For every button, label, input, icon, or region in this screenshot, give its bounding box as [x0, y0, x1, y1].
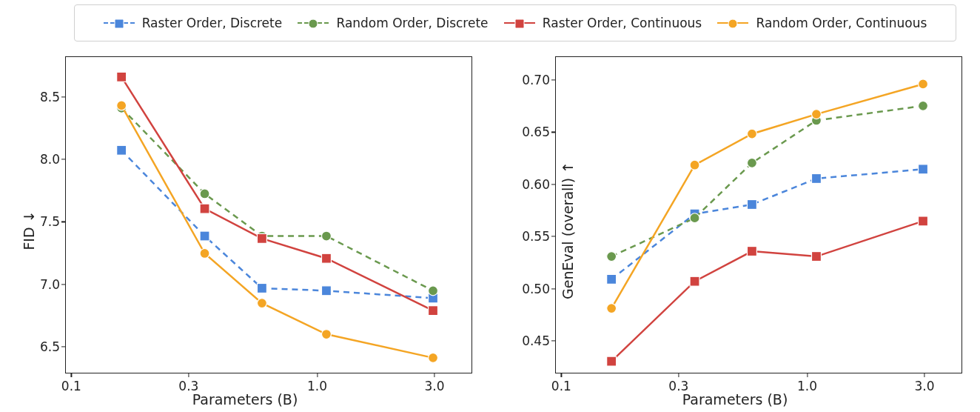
chart-svg-right	[556, 57, 961, 373]
legend-item-raster-continuous: Raster Order, Continuous	[504, 16, 702, 30]
circle-marker-icon	[690, 213, 699, 223]
square-marker-icon	[514, 19, 524, 29]
series-line	[611, 84, 923, 308]
legend-label: Raster Order, Discrete	[142, 16, 283, 30]
square-marker-icon	[919, 216, 928, 226]
series-line	[121, 105, 433, 357]
circle-marker-icon	[919, 79, 928, 89]
square-marker-icon	[257, 283, 266, 293]
y-tick-label: 0.60	[506, 177, 556, 192]
circle-marker-icon	[747, 129, 756, 139]
circle-marker-icon	[607, 304, 617, 313]
figure-container: Raster Order, Discrete Random Order, Dis…	[0, 0, 980, 412]
legend-swatch-raster-discrete	[104, 22, 135, 24]
legend-swatch-random-discrete	[298, 22, 329, 24]
square-marker-icon	[200, 231, 209, 241]
square-marker-icon	[114, 19, 124, 29]
y-tick-label: 7.0	[16, 277, 66, 292]
legend-swatch-random-continuous	[717, 22, 748, 24]
series-line	[121, 77, 433, 310]
y-tick-label: 8.0	[16, 152, 66, 167]
circle-marker-icon	[429, 286, 438, 296]
legend-label: Random Order, Continuous	[756, 16, 927, 30]
legend-swatch-raster-continuous	[504, 22, 535, 24]
circle-marker-icon	[321, 330, 331, 339]
square-marker-icon	[747, 200, 756, 210]
circle-marker-icon	[690, 160, 699, 170]
y-tick-label: 0.70	[506, 73, 556, 87]
circle-marker-icon	[257, 299, 266, 308]
circle-marker-icon	[200, 189, 209, 199]
y-tick-label: 0.65	[506, 124, 556, 139]
legend-item-random-discrete: Random Order, Discrete	[298, 16, 488, 30]
y-tick-label: 6.5	[16, 339, 66, 354]
circle-marker-icon	[728, 19, 738, 29]
legend-label: Raster Order, Continuous	[543, 16, 702, 30]
y-tick-label: 8.5	[16, 90, 66, 104]
legend-label: Random Order, Discrete	[336, 16, 488, 30]
x-axis-label: Parameters (B)	[682, 391, 788, 408]
circle-marker-icon	[919, 101, 928, 110]
square-marker-icon	[747, 247, 756, 256]
square-marker-icon	[429, 306, 438, 316]
circle-marker-icon	[607, 252, 617, 262]
plot-row: FID ↓ Parameters (B) 6.57.07.58.08.50.10…	[0, 49, 980, 412]
y-tick-label: 0.45	[506, 333, 556, 348]
square-marker-icon	[919, 165, 928, 174]
plot-fid: FID ↓ Parameters (B) 6.57.07.58.08.50.10…	[0, 49, 490, 412]
circle-marker-icon	[309, 19, 318, 29]
square-marker-icon	[607, 356, 617, 366]
circle-marker-icon	[811, 110, 821, 119]
series-line	[611, 221, 923, 361]
axes-left: 6.57.07.58.08.50.10.31.03.0	[65, 56, 472, 373]
axes-right: 0.450.500.550.600.650.700.10.31.03.0	[555, 56, 962, 373]
square-marker-icon	[117, 145, 127, 155]
square-marker-icon	[690, 276, 699, 286]
square-marker-icon	[117, 72, 127, 82]
y-tick-label: 0.50	[506, 282, 556, 296]
y-tick-label: 0.55	[506, 229, 556, 244]
square-marker-icon	[321, 253, 331, 263]
series-line	[121, 150, 433, 299]
circle-marker-icon	[429, 353, 438, 362]
circle-marker-icon	[747, 158, 756, 167]
series-line	[611, 169, 923, 279]
legend-item-raster-discrete: Raster Order, Discrete	[104, 16, 283, 30]
square-marker-icon	[811, 252, 821, 262]
x-axis-label: Parameters (B)	[192, 391, 298, 408]
legend: Raster Order, Discrete Random Order, Dis…	[74, 4, 956, 41]
square-marker-icon	[321, 286, 331, 296]
circle-marker-icon	[200, 249, 209, 259]
square-marker-icon	[811, 173, 821, 183]
plot-geneval: GenEval (overall) ↑ Parameters (B) 0.450…	[490, 49, 980, 412]
legend-item-random-continuous: Random Order, Continuous	[717, 16, 927, 30]
y-tick-label: 7.5	[16, 214, 66, 229]
square-marker-icon	[200, 204, 209, 213]
chart-svg-left	[66, 57, 471, 373]
square-marker-icon	[257, 233, 266, 243]
circle-marker-icon	[321, 231, 331, 241]
square-marker-icon	[607, 274, 617, 284]
circle-marker-icon	[117, 101, 127, 110]
